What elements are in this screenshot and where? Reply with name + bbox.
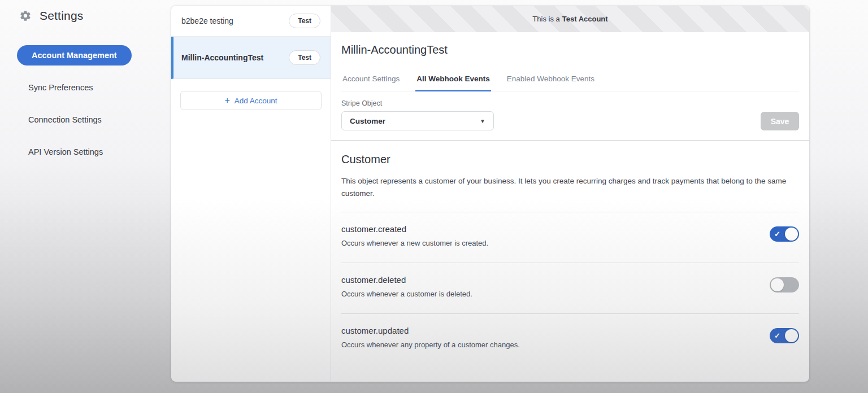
check-icon: ✓ [774,331,780,340]
tab-account-settings[interactable]: Account Settings [341,69,401,91]
account-title: Millin-AccountingTest [341,43,799,56]
event-name: customer.updated [341,326,799,335]
chevron-down-icon: ▼ [480,118,485,124]
sidebar-item-sync-preferences[interactable]: Sync Preferences [0,77,171,98]
stripe-object-field: Stripe Object Customer ▼ [341,99,494,130]
object-section-description: This object represents a customer of you… [341,175,799,200]
plus-icon: + [224,96,229,105]
event-row-customer-deleted: customer.deleted Occurs whenever a custo… [341,263,799,314]
check-icon: ✓ [774,230,780,238]
sidebar-item-api-version-settings[interactable]: API Version Settings [0,142,171,162]
toggle-knob [785,228,798,241]
account-detail-panel: This is a Test Account Millin-Accounting… [331,6,809,382]
account-name: Millin-AccountingTest [181,53,263,62]
page-title: Settings [40,9,83,23]
event-description: Occurs whenever a new customer is create… [341,239,799,247]
event-row-customer-created: customer.created Occurs whenever a new c… [341,212,799,263]
test-account-banner: This is a Test Account [331,6,809,32]
test-badge: Test [289,50,320,65]
tab-enabled-webhook-events[interactable]: Enabled Webhook Events [506,69,596,91]
stripe-object-selected-value: Customer [350,117,385,125]
sidebar-header: Settings [0,0,171,23]
stripe-object-select[interactable]: Customer ▼ [341,111,494,130]
tab-all-webhook-events[interactable]: All Webhook Events [415,69,491,91]
add-account-button[interactable]: + Add Account [180,91,322,110]
account-row-b2be2e-testing[interactable]: b2be2e testing Test [171,6,331,37]
banner-text: This is a [532,15,559,23]
gear-icon [19,10,32,22]
stripe-object-label: Stripe Object [341,99,494,107]
webhook-events-content: Customer This object represents a custom… [331,141,809,382]
sidebar-item-account-management[interactable]: Account Management [17,45,132,66]
settings-nav: Account Management Sync Preferences Conn… [0,45,171,162]
event-toggle-on[interactable]: ✓ [770,226,799,242]
event-name: customer.created [341,224,799,234]
account-name: b2be2e testing [181,16,233,25]
event-row-customer-updated: customer.updated Occurs whenever any pro… [341,314,799,364]
event-toggle-on[interactable]: ✓ [770,328,799,343]
banner-text-bold: Test Account [562,15,608,23]
toggle-knob [771,278,784,291]
event-description: Occurs whenever a customer is deleted. [341,290,799,298]
detail-header: Millin-AccountingTest Account Settings A… [331,32,809,91]
detail-tabs: Account Settings All Webhook Events Enab… [341,69,799,91]
accounts-list: b2be2e testing Test Millin-AccountingTes… [171,6,331,382]
toggle-knob [785,329,798,342]
sidebar-item-connection-settings[interactable]: Connection Settings [0,110,171,130]
event-toggle-off[interactable] [770,277,799,292]
test-badge: Test [289,14,320,28]
event-description: Occurs whenever any property of a custom… [341,340,799,349]
save-button[interactable]: Save [761,112,799,130]
stripe-object-filter-bar: Stripe Object Customer ▼ Save [331,91,809,141]
event-name: customer.deleted [341,275,799,285]
account-management-card: b2be2e testing Test Millin-AccountingTes… [171,6,809,382]
settings-sidebar: Settings Account Management Sync Prefere… [0,0,171,393]
object-section-title: Customer [341,153,799,166]
account-row-millin-accountingtest[interactable]: Millin-AccountingTest Test [171,37,331,79]
add-account-label: Add Account [235,97,277,105]
